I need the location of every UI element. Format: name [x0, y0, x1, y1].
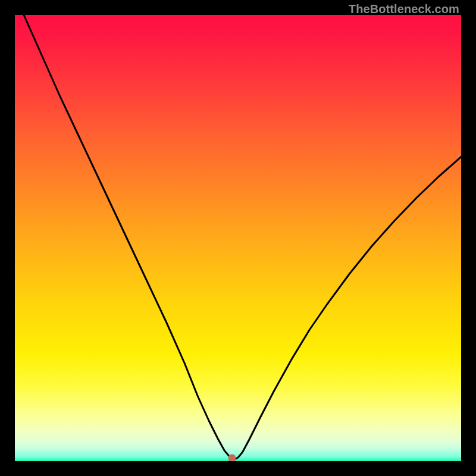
bottleneck-marker-icon: [228, 454, 236, 461]
right-curve: [234, 157, 461, 460]
left-curve: [24, 15, 234, 459]
plot-area: [15, 15, 461, 461]
curve-layer: [15, 15, 461, 461]
chart-stage: TheBottleneck.com: [0, 0, 476, 476]
watermark-text: TheBottleneck.com: [349, 2, 459, 16]
